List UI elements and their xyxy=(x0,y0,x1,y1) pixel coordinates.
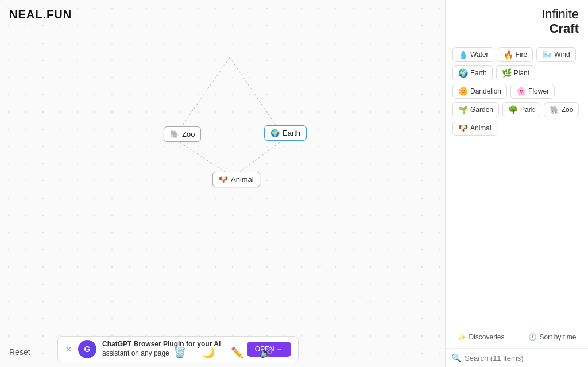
search-input[interactable] xyxy=(465,354,582,362)
chip-label: Water xyxy=(470,51,489,59)
chip-icon: 🌿 xyxy=(502,68,512,78)
element-chip-zoo[interactable]: 🐘Zoo xyxy=(544,102,579,117)
delete-icon[interactable]: 🗑️ xyxy=(171,344,188,361)
chip-label: Flower xyxy=(528,87,549,95)
chip-icon: 🌸 xyxy=(516,87,526,96)
element-chip-water[interactable]: 💧Water xyxy=(452,47,494,62)
sidebar-tabs: ✨ Discoveries 🕐 Sort by time xyxy=(446,327,588,348)
chip-icon: 🌱 xyxy=(458,105,468,114)
element-chip-earth[interactable]: 🌍Earth xyxy=(452,65,493,80)
svg-line-2 xyxy=(180,142,226,172)
element-chip-plant[interactable]: 🌿Plant xyxy=(496,65,535,80)
sidebar-bottom: ✨ Discoveries 🕐 Sort by time 🔍 xyxy=(446,327,588,367)
tab-sort[interactable]: 🕐 Sort by time xyxy=(517,327,588,348)
element-chip-garden[interactable]: 🌱Garden xyxy=(452,102,499,117)
tab-discoveries[interactable]: ✨ Discoveries xyxy=(446,327,517,348)
svg-line-3 xyxy=(239,142,280,172)
element-chip-park[interactable]: 🌳Park xyxy=(502,102,540,117)
chip-label: Earth xyxy=(470,69,487,77)
chip-label: Park xyxy=(520,106,535,114)
canvas-element-animal[interactable]: 🐶 Animal xyxy=(212,172,260,187)
dark-mode-icon[interactable]: 🌙 xyxy=(200,344,217,361)
animal-icon: 🐶 xyxy=(219,175,228,184)
infinite-craft-logo: Infinite Craft xyxy=(446,0,588,41)
svg-line-0 xyxy=(180,57,230,129)
chip-icon: 🐶 xyxy=(458,123,468,133)
zoo-icon: 🐘 xyxy=(170,130,179,138)
search-icon: 🔍 xyxy=(451,353,461,362)
sound-icon[interactable]: 🔊 xyxy=(257,344,274,361)
svg-line-1 xyxy=(230,57,278,129)
animal-label: Animal xyxy=(231,175,254,184)
element-chip-animal[interactable]: 🐶Animal xyxy=(452,121,497,136)
element-chip-fire[interactable]: 🔥Fire xyxy=(498,47,533,62)
chip-icon: 🌳 xyxy=(508,105,518,114)
chip-label: Zoo xyxy=(562,106,574,114)
chip-label: Dandelion xyxy=(470,87,501,95)
sidebar: Infinite Craft 💧Water🔥Fire🌬️Wind🌍Earth🌿P… xyxy=(445,0,588,367)
canvas-area[interactable]: NEAL.FUN 🐘 Zoo 🌍 Earth 🐶 Animal Reset ✕ … xyxy=(0,0,445,367)
element-chip-dandelion[interactable]: 🌼Dandelion xyxy=(452,84,507,99)
search-bar: 🔍 xyxy=(446,348,588,367)
canvas-element-earth[interactable]: 🌍 Earth xyxy=(264,125,307,141)
element-chip-flower[interactable]: 🌸Flower xyxy=(510,84,555,99)
chip-icon: 🌼 xyxy=(458,87,468,96)
chip-label: Fire xyxy=(516,51,528,59)
chip-label: Garden xyxy=(470,106,493,114)
chip-label: Plant xyxy=(514,69,529,77)
chip-icon: 🌬️ xyxy=(542,50,552,59)
bottom-toolbar: 🗑️ 🌙 ✏️ 🔊 xyxy=(171,344,274,361)
ad-close-button[interactable]: ✕ xyxy=(65,344,72,355)
zoo-label: Zoo xyxy=(182,130,195,138)
reset-button[interactable]: Reset xyxy=(9,347,30,357)
discoveries-icon: ✨ xyxy=(458,333,466,341)
elements-grid: 💧Water🔥Fire🌬️Wind🌍Earth🌿Plant🌼Dandelion🌸… xyxy=(446,41,588,327)
edit-icon[interactable]: ✏️ xyxy=(229,344,246,361)
chip-icon: 🌍 xyxy=(458,68,468,78)
ad-icon: G xyxy=(78,340,96,358)
sort-icon: 🕐 xyxy=(528,333,537,341)
element-chip-wind[interactable]: 🌬️Wind xyxy=(536,47,575,62)
earth-label: Earth xyxy=(283,129,300,137)
chip-icon: 🐘 xyxy=(550,105,559,114)
chip-label: Animal xyxy=(470,124,492,132)
canvas-element-zoo[interactable]: 🐘 Zoo xyxy=(164,126,201,142)
chip-icon: 💧 xyxy=(458,50,468,59)
app-logo: NEAL.FUN xyxy=(9,8,72,21)
earth-icon: 🌍 xyxy=(270,129,280,137)
chip-label: Wind xyxy=(554,51,570,59)
sort-label: Sort by time xyxy=(539,333,576,341)
discoveries-label: Discoveries xyxy=(469,333,504,341)
chip-icon: 🔥 xyxy=(504,50,513,59)
